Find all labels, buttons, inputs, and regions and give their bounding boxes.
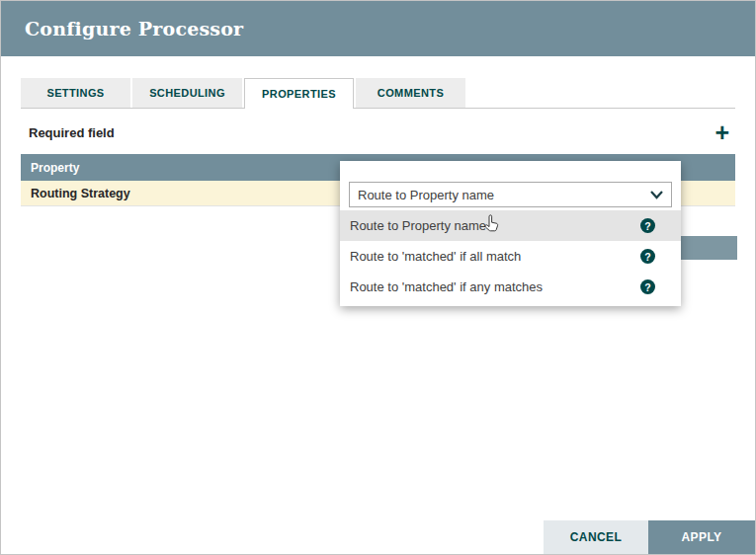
cancel-button[interactable]: CANCEL bbox=[544, 520, 648, 554]
apply-button[interactable]: APPLY bbox=[648, 520, 755, 554]
value-editor-popup: Route to Property name Route to Property… bbox=[340, 161, 681, 306]
help-icon[interactable]: ? bbox=[640, 279, 655, 294]
chevron-down-icon bbox=[650, 191, 663, 199]
dropdown-option-route-matched-all[interactable]: Route to 'matched' if all match ? bbox=[340, 241, 681, 272]
property-name-cell: Routing Strategy bbox=[31, 187, 130, 200]
required-field-row: Required field + bbox=[21, 118, 735, 147]
tab-scheduling[interactable]: SCHEDULING bbox=[132, 78, 242, 108]
tab-bar: SETTINGS SCHEDULING PROPERTIES COMMENTS bbox=[21, 78, 735, 109]
required-field-label: Required field bbox=[21, 125, 115, 140]
dialog-header: Configure Processor bbox=[1, 1, 755, 56]
dropdown-options-list: Route to Property name ? Route to 'match… bbox=[340, 210, 681, 302]
tab-settings[interactable]: SETTINGS bbox=[21, 78, 130, 108]
background-editor-strip bbox=[681, 236, 737, 260]
add-property-button[interactable]: + bbox=[709, 119, 735, 145]
configure-processor-dialog: Configure Processor SETTINGS SCHEDULING … bbox=[0, 0, 756, 555]
option-label: Route to Property name bbox=[350, 218, 486, 233]
dialog-title: Configure Processor bbox=[25, 18, 243, 40]
property-column-header: Property bbox=[31, 161, 79, 175]
help-icon[interactable]: ? bbox=[640, 218, 655, 233]
help-icon[interactable]: ? bbox=[640, 249, 655, 264]
dropdown-option-route-matched-any[interactable]: Route to 'matched' if any matches ? bbox=[340, 272, 681, 302]
tab-comments[interactable]: COMMENTS bbox=[356, 78, 465, 108]
option-label: Route to 'matched' if all match bbox=[350, 249, 521, 264]
plus-icon: + bbox=[714, 119, 729, 146]
tab-properties[interactable]: PROPERTIES bbox=[244, 78, 354, 109]
combo-selected-value: Route to Property name bbox=[358, 188, 494, 202]
routing-strategy-combo[interactable]: Route to Property name bbox=[349, 182, 672, 207]
option-label: Route to 'matched' if any matches bbox=[350, 279, 543, 294]
dropdown-option-route-to-property-name[interactable]: Route to Property name ? bbox=[340, 210, 681, 241]
